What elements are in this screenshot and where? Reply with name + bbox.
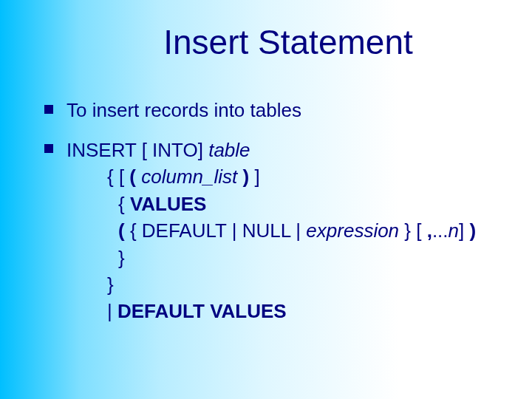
slide: Insert Statement To insert records into …	[0, 0, 532, 399]
bullet-item-2: INSERT [ INTO] table { [ ( column_list )…	[44, 137, 502, 325]
syntax-line-7: | DEFAULT VALUES	[66, 298, 476, 324]
bullet-icon	[44, 144, 53, 153]
pipe: |	[107, 300, 117, 322]
brace-open-outer: { [	[107, 166, 129, 188]
arg-table: table	[203, 139, 250, 161]
syntax-block: INSERT [ INTO] table { [ ( column_list )…	[66, 137, 476, 325]
bracket-close-n: ]	[459, 219, 469, 242]
brace-open-inner: {	[118, 193, 130, 215]
syntax-line-5: }	[66, 245, 476, 271]
arg-expression: expression	[306, 219, 399, 242]
syntax-line-1: INSERT [ INTO] table	[66, 137, 476, 163]
kw-default-values: DEFAULT VALUES	[117, 300, 287, 322]
paren-open: (	[129, 166, 141, 188]
syntax-line-2: { [ ( column_list ) ]	[66, 163, 476, 190]
bullet-text-1: To insert records into tables	[66, 98, 301, 123]
kw-values: VALUES	[130, 193, 207, 215]
paren-close-values: )	[469, 219, 476, 242]
paren-open-values: (	[118, 219, 130, 242]
ellipsis: ...	[432, 219, 449, 242]
bracket-close: ]	[254, 166, 259, 188]
text-default-null: { DEFAULT | NULL |	[130, 219, 306, 242]
syntax-line-6: }	[66, 271, 476, 298]
bullet-item-1: To insert records into tables	[44, 98, 502, 123]
kw-insert-into: INSERT [ INTO]	[66, 139, 203, 161]
slide-title: Insert Statement	[74, 22, 502, 62]
arg-column-list: column_list	[141, 166, 237, 188]
comma: ,	[427, 219, 432, 242]
paren-close: )	[237, 166, 254, 188]
syntax-line-3: { VALUES	[66, 191, 476, 217]
syntax-line-4: ( { DEFAULT | NULL | expression } [ ,...…	[66, 217, 476, 244]
arg-n: n	[449, 219, 459, 242]
bullet-icon	[44, 105, 53, 114]
text-brace-bracket: } [	[399, 219, 427, 242]
